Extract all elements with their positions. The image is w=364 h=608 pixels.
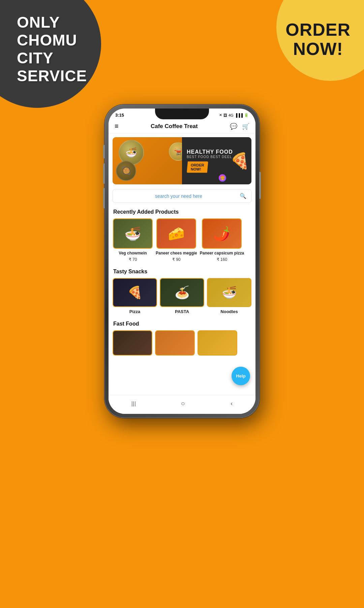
snack-image-noodles: 🍜 xyxy=(207,278,251,307)
header-action-icons: 💬 🛒 xyxy=(230,123,249,130)
product-name-1: Veg chowmein xyxy=(119,251,147,256)
product-card-2[interactable]: 🧀 Paneer chees meggie ₹ 90 xyxy=(156,218,197,262)
side-btn-1 xyxy=(103,145,104,158)
snack-emoji-pizza: 🍕 xyxy=(127,285,143,300)
banner-food-2: 🥘 xyxy=(116,161,136,181)
product-price-1: ₹ 70 xyxy=(129,257,137,262)
chat-icon[interactable]: 💬 xyxy=(230,123,237,130)
search-placeholder[interactable]: search your need here xyxy=(118,193,240,199)
hamburger-menu-icon[interactable]: ≡ xyxy=(115,122,119,130)
search-bar[interactable]: search your need here 🔍 xyxy=(113,189,251,203)
snack-card-noodles[interactable]: 🍜 Noodles xyxy=(207,278,251,314)
promo-banner[interactable]: 🍜 🥘 🫕 HEALTHY FOOD BEST FOOD BEST DEEL 🍔… xyxy=(113,137,251,184)
tasty-snacks-title: Tasty Snacks xyxy=(109,267,255,278)
nav-home-icon[interactable]: ○ xyxy=(181,400,185,407)
banner-title: HEALTHY FOOD xyxy=(187,149,233,155)
product-card-3[interactable]: 🌶️ Paneer capsicum pizza ₹ 160 xyxy=(200,218,244,262)
status-icons: ✕ 🖼 4G ▐▐▐ 🔋 xyxy=(219,113,249,117)
snack-card-pasta[interactable]: 🍝 PASTA xyxy=(160,278,204,314)
recently-added-grid: 🍜 Veg chowmein ₹ 70 🧀 Paneer chees meggi… xyxy=(109,218,255,267)
snack-card-pizza[interactable]: 🍕 Pizza xyxy=(113,278,157,314)
nav-recent-icon[interactable]: ‹ xyxy=(231,400,233,407)
top-right-line2: NOW! xyxy=(293,39,343,59)
screen-content: 🍜 🥘 🫕 HEALTHY FOOD BEST FOOD BEST DEEL 🍔… xyxy=(109,134,255,402)
product-card-1[interactable]: 🍜 Veg chowmein ₹ 70 xyxy=(113,218,153,262)
brand-logo-small: 🍔 xyxy=(219,174,226,182)
phone-outer: 3:15 ✕ 🖼 4G ▐▐▐ 🔋 ≡ Cafe Coffee Treat 💬 … xyxy=(104,104,260,418)
snack-emoji-noodles: 🍜 xyxy=(222,285,237,300)
fast-food-card-3[interactable] xyxy=(198,330,237,356)
product-image-1: 🍜 xyxy=(113,218,153,249)
top-left-line1: ONLY xyxy=(17,13,60,31)
help-button-label: Help xyxy=(236,373,245,378)
signal-icon: ✕ xyxy=(219,113,222,117)
top-left-line2: CHOMU xyxy=(17,31,77,49)
status-time: 3:15 xyxy=(115,113,124,118)
side-btn-3 xyxy=(103,188,104,208)
top-left-text: ONLY CHOMU CITY SERVICE xyxy=(17,13,87,85)
product-name-2: Paneer chees meggie xyxy=(156,251,197,256)
app-header: ≡ Cafe Coffee Treat 💬 🛒 xyxy=(109,120,255,134)
side-btn-2 xyxy=(103,163,104,184)
product-image-3: 🌶️ xyxy=(202,218,242,249)
top-left-line4: SERVICE xyxy=(17,67,87,85)
recently-added-title: Recently Added Products xyxy=(109,208,255,218)
battery-icon: 🔋 xyxy=(244,113,249,117)
product-price-2: ₹ 90 xyxy=(172,257,181,262)
phone-screen: 3:15 ✕ 🖼 4G ▐▐▐ 🔋 ≡ Cafe Coffee Treat 💬 … xyxy=(109,109,255,414)
product-emoji-3: 🌶️ xyxy=(213,226,230,242)
snack-name-pasta: PASTA xyxy=(175,309,189,314)
product-image-2: 🧀 xyxy=(156,218,196,249)
snack-image-pizza: 🍕 xyxy=(113,278,157,307)
snack-emoji-pasta: 🍝 xyxy=(175,285,190,300)
snack-name-pizza: Pizza xyxy=(129,309,141,314)
nav-back-icon[interactable]: | | | xyxy=(131,401,135,407)
cart-icon[interactable]: 🛒 xyxy=(242,123,249,130)
bars-icon: ▐▐▐ xyxy=(235,113,243,117)
fast-food-section: Fast Food xyxy=(109,320,255,359)
top-right-text: ORDER NOW! xyxy=(285,20,351,59)
app-title: Cafe Coffee Treat xyxy=(151,123,198,130)
fast-food-card-2[interactable] xyxy=(155,330,195,356)
product-price-3: ₹ 160 xyxy=(217,257,227,262)
banner-subtitle: BEST FOOD BEST DEEL xyxy=(187,155,232,159)
snack-image-pasta: 🍝 xyxy=(160,278,204,307)
phone-mockup: 3:15 ✕ 🖼 4G ▐▐▐ 🔋 ≡ Cafe Coffee Treat 💬 … xyxy=(104,104,260,418)
fast-food-title: Fast Food xyxy=(109,320,255,330)
fast-food-grid xyxy=(109,330,255,356)
fast-food-card-1[interactable] xyxy=(113,330,152,356)
banner-pizza-icon: 🍕 xyxy=(230,152,249,170)
phone-notch xyxy=(155,109,209,119)
side-btn-right xyxy=(260,172,261,199)
product-name-3: Paneer capsicum pizza xyxy=(200,251,244,256)
bottom-navigation: | | | ○ ‹ xyxy=(109,395,255,414)
network-icon: 4G xyxy=(229,113,234,117)
banner-order-button[interactable]: ORDERNOW! xyxy=(187,161,208,173)
help-button[interactable]: Help xyxy=(232,367,250,385)
top-left-line3: CITY xyxy=(17,49,54,67)
product-emoji-1: 🍜 xyxy=(124,226,141,242)
top-right-line1: ORDER xyxy=(285,20,351,39)
banner-left: 🍜 🥘 🫕 xyxy=(113,137,189,184)
snack-name-noodles: Noodles xyxy=(220,309,238,314)
photo-icon: 🖼 xyxy=(223,113,227,117)
search-icon[interactable]: 🔍 xyxy=(240,193,246,199)
product-emoji-2: 🧀 xyxy=(168,226,185,242)
snacks-grid: 🍕 Pizza 🍝 PASTA 🍜 Nood xyxy=(109,278,255,320)
